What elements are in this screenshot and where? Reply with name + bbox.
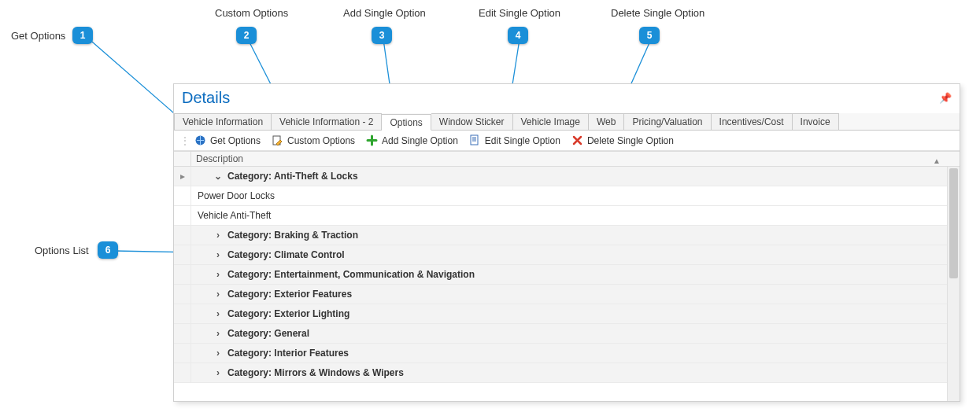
tab-window-sticker[interactable]: Window Sticker: [431, 113, 513, 130]
sort-ascending-icon[interactable]: ▲: [933, 156, 941, 165]
category-row-exterior-lighting[interactable]: › Category: Exterior Lighting: [174, 304, 947, 324]
category-row-exterior-features[interactable]: › Category: Exterior Features: [174, 285, 947, 304]
custom-options-button[interactable]: Custom Options: [272, 134, 355, 146]
category-label: Category: Climate Control: [227, 249, 345, 260]
chevron-right-icon[interactable]: ›: [213, 230, 223, 241]
toolbar-grip-icon: ⋮: [180, 135, 188, 146]
callout-label-4: Edit Single Option: [479, 7, 560, 19]
chevron-right-icon[interactable]: ›: [213, 348, 223, 359]
callout-label-3: Add Single Option: [343, 7, 426, 19]
tab-pricing-valuation[interactable]: Pricing/Valuation: [624, 113, 711, 130]
chevron-down-icon[interactable]: ⌄: [213, 171, 223, 182]
edit-single-option-button[interactable]: Edit Single Option: [469, 134, 560, 146]
tab-incentives-cost[interactable]: Incentives/Cost: [712, 113, 793, 130]
tab-vehicle-information-2[interactable]: Vehicle Information - 2: [272, 113, 382, 130]
chevron-right-icon[interactable]: ›: [213, 308, 223, 319]
category-row-interior-features[interactable]: › Category: Interior Features: [174, 344, 947, 363]
get-options-label: Get Options: [210, 135, 261, 146]
tab-options[interactable]: Options: [382, 114, 431, 131]
callout-label-2: Custom Options: [215, 7, 288, 19]
delete-single-option-label: Delete Single Option: [587, 135, 674, 146]
category-label: Category: Exterior Lighting: [227, 308, 349, 319]
option-label: Power Door Locks: [198, 190, 275, 201]
category-row-braking[interactable]: › Category: Braking & Traction: [174, 226, 947, 245]
category-label: Category: Entertainment, Communication &…: [227, 269, 475, 280]
delete-single-option-button[interactable]: Delete Single Option: [571, 134, 674, 146]
column-description-label: Description: [196, 153, 243, 164]
option-label: Vehicle Anti-Theft: [198, 210, 271, 221]
tab-vehicle-image[interactable]: Vehicle Image: [513, 113, 589, 130]
callout-bubble-5: 5: [639, 27, 660, 44]
option-row-vehicle-anti-theft[interactable]: Vehicle Anti-Theft: [174, 206, 947, 226]
category-label: Category: General: [227, 328, 309, 339]
refresh-globe-icon: [194, 134, 206, 146]
delete-x-icon: [571, 134, 583, 146]
panel-title: Details 📌: [174, 84, 960, 113]
tab-invoice[interactable]: Invoice: [793, 113, 839, 130]
svg-rect-8: [471, 135, 478, 145]
vertical-scrollbar[interactable]: [947, 167, 960, 401]
category-row-climate[interactable]: › Category: Climate Control: [174, 245, 947, 265]
edit-page-icon: [469, 134, 481, 146]
chevron-right-icon[interactable]: ›: [213, 289, 223, 300]
options-list: ▸ ⌄ Category: Anti-Theft & Locks Power D…: [174, 167, 960, 401]
tab-vehicle-information[interactable]: Vehicle Information: [174, 113, 272, 130]
callout-bubble-1: 1: [72, 27, 93, 44]
details-panel: Details 📌 Vehicle Information Vehicle In…: [173, 83, 960, 402]
option-row-power-door-locks[interactable]: Power Door Locks: [174, 186, 947, 206]
tabs-bar: Vehicle Information Vehicle Information …: [174, 113, 960, 131]
category-label: Category: Braking & Traction: [227, 230, 358, 241]
callout-bubble-4: 4: [508, 27, 528, 44]
row-indicator-icon: ▸: [174, 167, 191, 186]
callout-label-5: Delete Single Option: [611, 7, 704, 19]
callout-label-1: Get Options: [11, 30, 65, 42]
category-row-entertainment[interactable]: › Category: Entertainment, Communication…: [174, 265, 947, 285]
category-label: Category: Exterior Features: [227, 289, 352, 300]
options-toolbar: ⋮ Get Options Custom Options Add Single …: [174, 131, 960, 151]
callout-label-6: Options List: [35, 245, 89, 256]
category-row-anti-theft[interactable]: ▸ ⌄ Category: Anti-Theft & Locks: [174, 167, 947, 186]
category-label: Category: Mirrors & Windows & Wipers: [227, 367, 404, 378]
get-options-button[interactable]: Get Options: [194, 134, 261, 146]
grid-column-header[interactable]: Description ▲: [174, 151, 960, 167]
add-single-option-button[interactable]: Add Single Option: [366, 134, 458, 146]
chevron-right-icon[interactable]: ›: [213, 269, 223, 280]
chevron-right-icon[interactable]: ›: [213, 328, 223, 339]
edit-single-option-label: Edit Single Option: [485, 135, 560, 146]
pencil-page-icon: [272, 134, 283, 146]
scrollbar-thumb[interactable]: [949, 168, 958, 278]
chevron-right-icon[interactable]: ›: [213, 249, 223, 260]
pin-icon[interactable]: 📌: [939, 92, 952, 104]
category-row-general[interactable]: › Category: General: [174, 324, 947, 344]
callout-bubble-6: 6: [98, 241, 118, 259]
tab-web[interactable]: Web: [589, 113, 624, 130]
callout-bubble-3: 3: [372, 27, 392, 44]
category-label: Category: Anti-Theft & Locks: [227, 171, 358, 182]
add-single-option-label: Add Single Option: [382, 135, 458, 146]
custom-options-label: Custom Options: [287, 135, 355, 146]
chevron-right-icon[interactable]: ›: [213, 367, 223, 378]
category-label: Category: Interior Features: [227, 348, 349, 359]
callout-bubble-2: 2: [236, 27, 257, 44]
category-row-mirrors-windows[interactable]: › Category: Mirrors & Windows & Wipers: [174, 363, 947, 383]
plus-icon: [366, 134, 378, 146]
